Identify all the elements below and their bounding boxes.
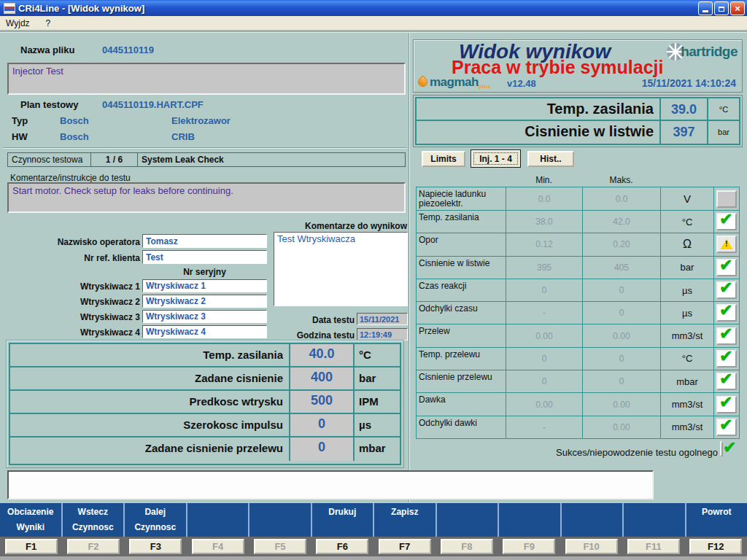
injector-1-input[interactable]	[142, 279, 267, 292]
f8-key-button: F8	[441, 539, 493, 554]
result-max: 42.0	[583, 211, 661, 233]
setpoint-row: Temp. zasilania 40.0 °C	[10, 344, 400, 368]
setpoint-unit: bar	[355, 368, 400, 389]
file-comment-box: Injector Test	[7, 63, 406, 95]
menu-item-help[interactable]: ?	[46, 18, 51, 28]
result-min: 0	[506, 279, 583, 301]
restore-button[interactable]	[714, 1, 729, 15]
fn-label-f11	[624, 503, 686, 537]
result-unit: mm3/st	[661, 393, 714, 415]
setpoint-row: Szerokosc impulsu 0 µs	[10, 414, 400, 438]
result-max: 0	[583, 302, 661, 324]
fn-label-f1: ObciazenieWyniki	[0, 503, 63, 537]
f10-key-button: F10	[565, 539, 618, 554]
operator-input[interactable]	[142, 234, 267, 248]
result-unit: bar	[661, 257, 714, 279]
result-row: Odchylki czasu - 0 µs	[417, 301, 739, 324]
menu-bar: Wyjdz ?	[0, 16, 747, 31]
app-icon	[4, 3, 15, 14]
status-icon	[716, 373, 737, 390]
fn-label-f7: Zapisz	[374, 503, 437, 537]
menu-item-exit[interactable]: Wyjdz	[6, 18, 30, 28]
type-value: Bosch	[60, 115, 89, 126]
function-key-strip: F1 F2 F3 F4 F5 F6 F7 F8 F9 F10 F11 F12	[0, 537, 747, 556]
result-min: -	[506, 302, 583, 324]
readout-value: 397	[659, 121, 708, 144]
function-label-strip: ObciazenieWyniki WsteczCzynnosc DalejCzy…	[0, 503, 747, 537]
result-min: 0	[506, 348, 583, 370]
fn-label-f6: Drukuj	[312, 503, 375, 537]
status-icon	[716, 236, 737, 253]
overall-status-icon	[720, 441, 723, 456]
section-divider	[3, 147, 407, 149]
status-icon	[716, 350, 737, 368]
result-max: 0	[583, 370, 661, 392]
result-label: Dawka	[417, 393, 506, 415]
f7-key-button[interactable]: F7	[379, 539, 431, 554]
injector-2-label: Wtryskiwacz 2	[80, 297, 140, 307]
setpoint-value: 0	[289, 438, 355, 461]
f11-key-button: F11	[627, 539, 680, 554]
result-min: 0.00	[506, 324, 583, 346]
result-label: Opor	[417, 233, 506, 255]
result-row: Temp. zasilania 38.0 42.0 °C	[417, 210, 739, 233]
result-unit: µs	[661, 279, 714, 301]
hw-extra-value: CRIB	[171, 131, 195, 142]
status-icon	[716, 396, 737, 413]
client-ref-input[interactable]	[142, 250, 267, 264]
f1-key-button[interactable]: F1	[5, 539, 58, 554]
results-comments-input[interactable]: Test Wtryskiwacza	[274, 232, 408, 306]
inj-1-4-button[interactable]: Inj. 1 - 4	[471, 149, 521, 168]
test-plan-value: 0445110119.HART.CPF	[102, 99, 204, 110]
result-unit: mm3/st	[661, 416, 714, 438]
f12-key-button[interactable]: F12	[689, 539, 742, 554]
setpoint-row: Zadane cisnienie przelewu 0 mbar	[10, 438, 400, 461]
result-max: 0.20	[583, 233, 661, 255]
setpoint-label: Zadane cisnienie	[10, 368, 289, 389]
fn-label-f12: Powrot	[686, 503, 747, 537]
limits-button[interactable]: Limits	[422, 151, 465, 167]
result-row: Czas reakcji 0 0 µs	[417, 279, 739, 301]
f6-key-button[interactable]: F6	[316, 539, 368, 554]
injector-1-label: Wtryskiwacz 1	[80, 281, 140, 292]
result-min: 0.00	[506, 393, 583, 415]
result-label: Czas reakcji	[417, 279, 506, 301]
fn-label-f10	[562, 503, 624, 537]
test-step-progress: 1 / 6	[91, 153, 138, 166]
result-unit: mbar	[661, 370, 714, 392]
status-icon	[716, 281, 737, 299]
result-unit: °C	[661, 348, 714, 370]
content-divider	[0, 31, 747, 33]
injector-3-input[interactable]	[142, 310, 267, 323]
setpoint-value: 40.0	[289, 344, 355, 366]
fn-label-f2: WsteczCzynnosc	[63, 503, 125, 537]
result-row: Dawka 0.00 0.00 mm3/st	[417, 392, 739, 415]
max-column-header: Maks.	[582, 175, 660, 185]
f3-key-button[interactable]: F3	[129, 539, 182, 554]
minimize-button[interactable]	[698, 1, 713, 15]
status-icon	[716, 213, 737, 230]
close-button[interactable]: ×	[730, 1, 745, 15]
result-label: Cisnienie w listwie	[417, 257, 506, 279]
hist-button[interactable]: Hist..	[527, 151, 574, 167]
result-max: 0.00	[583, 393, 661, 415]
datetime-label: 15/11/2021 14:10:24	[642, 77, 736, 89]
result-unit: V	[661, 187, 714, 210]
injector-4-input[interactable]	[142, 325, 267, 338]
result-label: Przelew	[417, 324, 506, 346]
fn-label-f5	[249, 503, 312, 537]
file-name-value: 0445110119	[102, 44, 154, 55]
hw-label: HW	[12, 131, 28, 142]
status-icon	[716, 327, 737, 345]
injector-2-input[interactable]	[142, 295, 267, 308]
title-bar: CRi4Line - [Widok wynikow] ×	[0, 0, 747, 16]
setpoint-value: 400	[289, 368, 355, 389]
results-comments-label: Komentarze do wynikow	[305, 221, 407, 231]
test-step-name: System Leak Check	[138, 153, 405, 166]
setpoints-table: Temp. zasilania 40.0 °C Zadane cisnienie…	[6, 340, 404, 468]
setpoint-unit: µs	[355, 414, 400, 436]
result-min: 395	[506, 257, 583, 279]
serial-number-header: Nr seryjny	[142, 267, 267, 277]
setpoint-label: Temp. zasilania	[10, 344, 289, 366]
hw-value: Bosch	[60, 131, 89, 142]
